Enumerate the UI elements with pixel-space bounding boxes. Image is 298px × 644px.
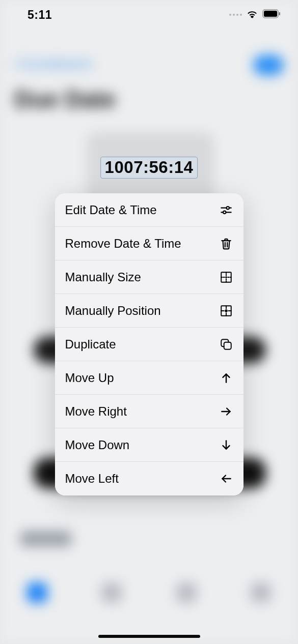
arrow-left-icon: [219, 472, 233, 486]
remove-date-time-item[interactable]: Remove Date & Time: [55, 227, 243, 260]
page-title-blurred: Due Date: [14, 85, 116, 113]
battery-icon: [262, 9, 281, 20]
svg-point-6: [223, 211, 226, 213]
tab-blurred: [101, 582, 122, 603]
context-menu: Edit Date & Time Remove Date & Time Manu…: [55, 193, 243, 495]
resize-icon: [219, 270, 233, 284]
selected-timer-widget[interactable]: 1007:56:14: [100, 157, 198, 179]
menu-item-label: Move Left: [65, 472, 119, 486]
status-bar: 5:11: [0, 0, 298, 30]
manually-size-item[interactable]: Manually Size: [55, 260, 243, 294]
menu-item-label: Move Up: [65, 371, 114, 385]
svg-rect-2: [279, 12, 281, 15]
menu-item-label: Duplicate: [65, 337, 116, 352]
move-up-item[interactable]: Move Up: [55, 361, 243, 395]
manually-position-item[interactable]: Manually Position: [55, 294, 243, 328]
trash-icon: [219, 237, 233, 251]
move-down-item[interactable]: Move Down: [55, 428, 243, 462]
menu-item-label: Move Down: [65, 438, 130, 452]
tab-bar-blurred: [0, 570, 298, 616]
background-control-blurred: [20, 531, 71, 546]
nav-toggle-blurred: [253, 55, 284, 75]
tab-blurred: [176, 582, 197, 603]
menu-item-label: Manually Position: [65, 304, 161, 318]
timer-value: 1007:56:14: [105, 158, 194, 177]
svg-rect-18: [224, 342, 231, 349]
menu-item-label: Manually Size: [65, 270, 141, 284]
arrow-right-icon: [219, 404, 233, 419]
cellular-dots-icon: [229, 14, 242, 16]
menu-item-label: Move Right: [65, 404, 127, 419]
arrow-up-icon: [219, 371, 233, 385]
svg-rect-1: [264, 11, 277, 17]
status-time: 5:11: [28, 8, 52, 22]
duplicate-item[interactable]: Duplicate: [55, 328, 243, 361]
menu-item-label: Edit Date & Time: [65, 203, 157, 217]
position-icon: [219, 304, 233, 318]
status-right: [229, 9, 281, 21]
wifi-icon: [246, 9, 258, 21]
sliders-icon: [219, 203, 233, 217]
move-right-item[interactable]: Move Right: [55, 395, 243, 428]
svg-point-17: [225, 310, 227, 311]
edit-date-time-item[interactable]: Edit Date & Time: [55, 193, 243, 227]
nav-back-blurred: ‹ Countdowns: [10, 56, 92, 72]
menu-item-label: Remove Date & Time: [65, 237, 181, 251]
tab-active-blurred: [27, 582, 47, 603]
svg-point-4: [226, 206, 229, 209]
home-indicator[interactable]: [98, 635, 200, 638]
move-left-item[interactable]: Move Left: [55, 462, 243, 495]
duplicate-icon: [219, 337, 233, 352]
arrow-down-icon: [219, 438, 233, 452]
tab-blurred: [251, 582, 271, 603]
